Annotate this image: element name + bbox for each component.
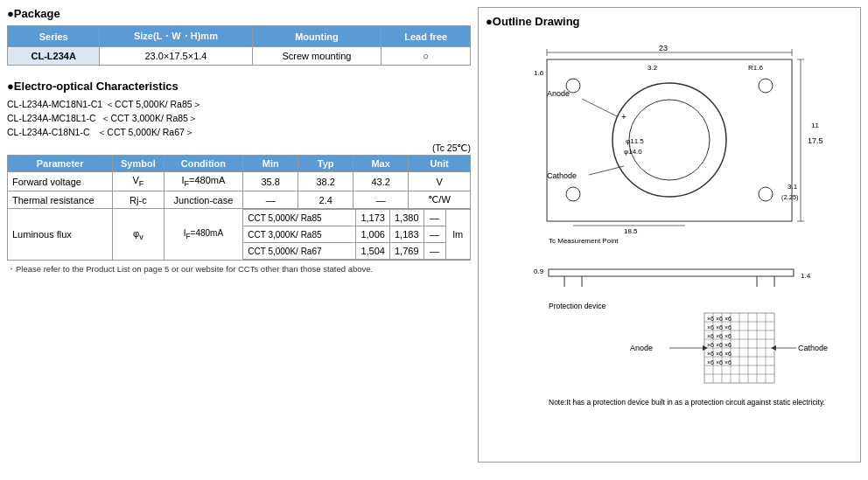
typ-vf: 38.2 [298,172,354,191]
svg-text:×6: ×6 [707,316,714,322]
col-max: Max [354,156,409,172]
col-size: Size(L・W・H)mm [100,26,252,47]
svg-text:×6: ×6 [724,316,732,322]
dim-23: 23 [659,44,668,52]
dim-1-4: 1.4 [801,272,811,280]
svg-text:×6: ×6 [707,342,714,348]
svg-text:×6: ×6 [707,359,714,365]
dim-17-5: 17.5 [808,136,823,145]
svg-point-4 [759,79,773,93]
luminous-inner-table: CCT 5,000K/ Ra85 1,173 1,380 — lm CCT 3,… [243,209,470,260]
dim-18-5: 18.5 [624,227,638,235]
outline-drawing-svg: Anode + Cathode 23 3.2 R1.6 φ11.5 φ14.0 [486,33,853,453]
typ-thermal: 2.4 [298,191,354,209]
anode-label-bottom: Anode [630,344,653,352]
protection-device-grid: ×6 ×6 ×6 ×6 ×6 ×6 ×6 ×6 ×6 ×6 ×6 ×6 ×6 ×… [704,313,774,383]
dim-r1-6: R1.6 [748,64,763,72]
cond-forward-voltage: IF=480mA [164,172,243,191]
luminous-subrows: CCT 5,000K/ Ra85 1,173 1,380 — lm CCT 3,… [243,209,471,261]
col-lead-free: Lead free [382,26,471,47]
outline-title: ●Outline Drawing [486,15,853,28]
dim-1-6-left: 1.6 [534,69,544,77]
eo-note-2: CL-L234A-MC18L1-C ＜CCT 3,000K/ Ra85＞ [7,112,471,126]
cell-lead-free: ○ [382,47,471,66]
max-lf-2: — [424,226,445,243]
unit-thermal: ℃/W [409,191,471,209]
svg-point-5 [566,187,580,201]
unit-vf: V [409,172,471,191]
svg-text:×6: ×6 [724,342,732,348]
symbol-rjc: Rj-c [113,191,164,209]
table-row: CL-L234A 23.0×17.5×1.4 Screw mounting ○ [8,47,471,66]
eo-title: ●Electro-optical Characteristics [7,80,471,93]
package-table: Series Size(L・W・H)mm Mounting Lead free … [7,25,471,66]
typ-lf-3: 1,769 [389,243,424,260]
package-section: ●Package Series Size(L・W・H)mm Mounting L… [7,7,471,66]
eo-notes: CL-L234A-MC18N1-C1 ＜CCT 5,000K/ Ra85＞ CL… [7,98,471,139]
svg-text:×6: ×6 [716,351,723,357]
outline-note: Note:It has a protection device built in… [549,398,825,407]
symbol-phi-v: φv [113,209,164,261]
plus-sign: + [621,112,626,122]
characteristics-table: Parameter Symbol Condition Min Typ Max U… [7,155,471,261]
svg-text:×6: ×6 [716,333,723,339]
min-vf: 35.8 [243,172,298,191]
min-thermal: — [243,191,298,209]
cathode-arrow [771,345,776,351]
table-row: Luminous flux φv IF=480mA CCT 5,000K/ Ra… [8,209,471,261]
cond-3000-ra85: CCT 3,000K/ Ra85 [243,226,356,243]
cell-series: CL-L234A [8,47,100,66]
svg-text:×6: ×6 [724,333,732,339]
electro-optical-section: ●Electro-optical Characteristics CL-L234… [7,80,471,275]
cathode-label-bottom: Cathode [798,344,828,352]
max-vf: 43.2 [354,172,409,191]
min-lf-1: 1,173 [356,210,390,226]
cond-thermal: Junction-case [164,191,243,209]
svg-text:×6: ×6 [724,359,732,365]
dim-11: 11 [811,122,819,129]
svg-rect-16 [549,269,794,276]
cond-luminous-if: IF=480mA [164,209,243,261]
cond-5000-ra85: CCT 5,000K/ Ra85 [243,210,356,226]
svg-text:×6: ×6 [716,316,723,322]
col-typ: Typ [298,156,354,172]
col-condition: Condition [164,156,243,172]
svg-text:×6: ×6 [716,359,723,365]
col-min: Min [243,156,298,172]
dim-0-9: 0.9 [534,268,544,275]
svg-text:×6: ×6 [724,324,732,330]
cell-mounting: Screw mounting [252,47,382,66]
footnote: ・Please refer to the Product List on pag… [7,264,471,275]
max-lf-3: — [424,243,445,260]
dim-3-2: 3.2 [648,64,658,72]
svg-line-8 [589,166,624,175]
tc-measurement: Tc Measurement Point [549,237,619,245]
table-row: Forward voltage VF IF=480mA 35.8 38.2 43… [8,172,471,191]
package-title: ●Package [7,7,471,20]
typ-lf-2: 1,183 [389,226,424,243]
table-row: CCT 3,000K/ Ra85 1,006 1,183 — [243,226,470,243]
table-row: Thermal resistance Rj-c Junction-case — … [8,191,471,209]
protection-device-label: Protection device [549,302,606,310]
anode-label: Anode [547,89,570,98]
svg-line-7 [582,99,617,116]
col-mounting: Mounting [252,26,382,47]
col-series: Series [8,26,100,47]
col-parameter: Parameter [8,156,113,172]
eo-note-1: CL-L234A-MC18N1-C1 ＜CCT 5,000K/ Ra85＞ [7,98,471,112]
min-lf-3: 1,504 [356,243,390,260]
param-forward-voltage: Forward voltage [8,172,113,191]
typ-lf-1: 1,380 [389,210,424,226]
dim-phi-11: φ11.5 [626,137,644,145]
cell-size: 23.0×17.5×1.4 [100,47,252,66]
outline-drawing-panel: ●Outline Drawing Anode + Cathode [478,7,861,463]
svg-text:×6: ×6 [707,333,714,339]
cond-5000-ra67: CCT 5,000K/ Ra67 [243,243,356,260]
svg-text:×6: ×6 [724,351,732,357]
col-symbol: Symbol [113,156,164,172]
table-row: CCT 5,000K/ Ra67 1,504 1,769 — [243,243,470,260]
max-lf-1: — [424,210,445,226]
table-row: CCT 5,000K/ Ra85 1,173 1,380 — lm [243,210,470,226]
unit-lm: lm [445,210,470,260]
col-unit: Unit [409,156,471,172]
